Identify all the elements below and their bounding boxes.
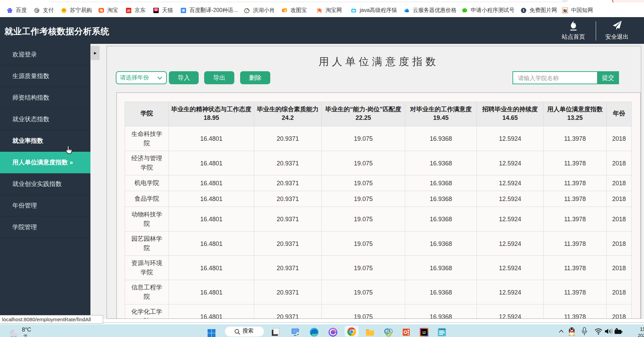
svg-text:du: du [9,11,11,13]
svg-text:淘: 淘 [317,8,322,13]
svg-text:译: 译 [182,9,185,12]
svg-text:IJ: IJ [423,330,426,335]
svg-text:知: 知 [563,9,567,13]
svg-text:淘: 淘 [99,9,103,12]
svg-text:JD: JD [127,9,131,12]
svg-text:t: t [523,8,524,12]
